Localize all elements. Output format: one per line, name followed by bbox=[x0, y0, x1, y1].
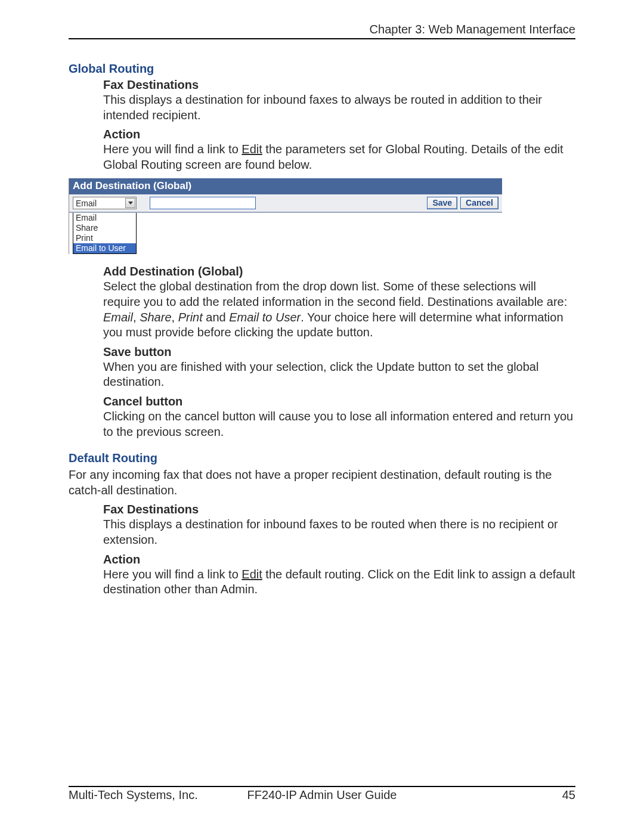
text-fragment: Here you will find a link to bbox=[103, 568, 242, 581]
dropdown-option[interactable]: Email bbox=[73, 213, 136, 223]
block-default-fax-destinations: Fax Destinations This displays a destina… bbox=[103, 503, 575, 597]
section-default-routing: Default Routing bbox=[69, 451, 575, 465]
em-email: Email bbox=[103, 311, 133, 324]
chapter-title: Chapter 3: Web Management Interface bbox=[370, 23, 575, 36]
block-add-destination: Add Destination (Global) Select the glob… bbox=[103, 265, 575, 439]
text-fragment: Here you will find a link to bbox=[103, 143, 242, 156]
em-email-to-user: Email to User bbox=[229, 311, 301, 324]
text-default-routing-intro: For any incoming fax that does not have … bbox=[69, 467, 575, 498]
em-share: Share bbox=[140, 311, 171, 324]
widget-form-row: Email Save Cancel bbox=[69, 194, 502, 213]
text-add-destination: Select the global destination from the d… bbox=[103, 279, 575, 340]
cancel-button[interactable]: Cancel bbox=[460, 197, 499, 209]
heading-save-button: Save button bbox=[103, 345, 575, 359]
destination-dropdown-list: Email Share Print Email to User bbox=[73, 213, 137, 254]
text-fragment: Select the global destination from the d… bbox=[103, 280, 567, 308]
dropdown-option[interactable]: Print bbox=[73, 233, 136, 243]
heading-default-fax-destinations: Fax Destinations bbox=[103, 503, 575, 516]
edit-link-text: Edit bbox=[242, 143, 262, 156]
text-cancel-button: Clicking on the cancel button will cause… bbox=[103, 409, 575, 439]
text-fragment: , bbox=[172, 311, 178, 324]
widget-title-bar: Add Destination (Global) bbox=[69, 178, 502, 194]
destination-select[interactable]: Email bbox=[73, 197, 137, 209]
dropdown-option-selected[interactable]: Email to User bbox=[73, 243, 136, 253]
text-fax-destinations: This displays a destination for inbound … bbox=[103, 92, 575, 123]
em-print: Print bbox=[178, 311, 203, 324]
text-fragment: , bbox=[133, 311, 140, 324]
text-default-action: Here you will find a link to Edit the de… bbox=[103, 567, 575, 597]
destination-value-input[interactable] bbox=[150, 197, 256, 209]
heading-cancel-button: Cancel button bbox=[103, 395, 575, 408]
text-action: Here you will find a link to Edit the pa… bbox=[103, 142, 575, 172]
text-default-fax-destinations: This displays a destination for inbound … bbox=[103, 517, 575, 547]
footer-doc-title: FF240-IP Admin User Guide bbox=[69, 788, 575, 802]
select-value: Email bbox=[76, 199, 97, 208]
heading-default-action: Action bbox=[103, 553, 575, 566]
dropdown-option[interactable]: Share bbox=[73, 223, 136, 233]
save-button[interactable]: Save bbox=[427, 197, 457, 209]
edit-link-text: Edit bbox=[242, 568, 262, 581]
heading-add-destination: Add Destination (Global) bbox=[103, 265, 575, 278]
page-footer: Multi-Tech Systems, Inc. FF240-IP Admin … bbox=[69, 786, 575, 802]
text-fragment: and bbox=[203, 311, 229, 324]
add-destination-widget: Add Destination (Global) Email Save Canc… bbox=[69, 178, 502, 254]
heading-fax-destinations: Fax Destinations bbox=[103, 78, 575, 92]
block-fax-destinations: Fax Destinations This displays a destina… bbox=[103, 78, 575, 172]
page-header: Chapter 3: Web Management Interface bbox=[69, 23, 575, 39]
page: Chapter 3: Web Management Interface Glob… bbox=[0, 0, 644, 833]
widget-button-group: Save Cancel bbox=[427, 197, 499, 209]
heading-action: Action bbox=[103, 128, 575, 141]
section-global-routing: Global Routing bbox=[69, 62, 575, 76]
chevron-down-icon[interactable] bbox=[125, 198, 135, 208]
text-save-button: When you are finished with your selectio… bbox=[103, 360, 575, 390]
